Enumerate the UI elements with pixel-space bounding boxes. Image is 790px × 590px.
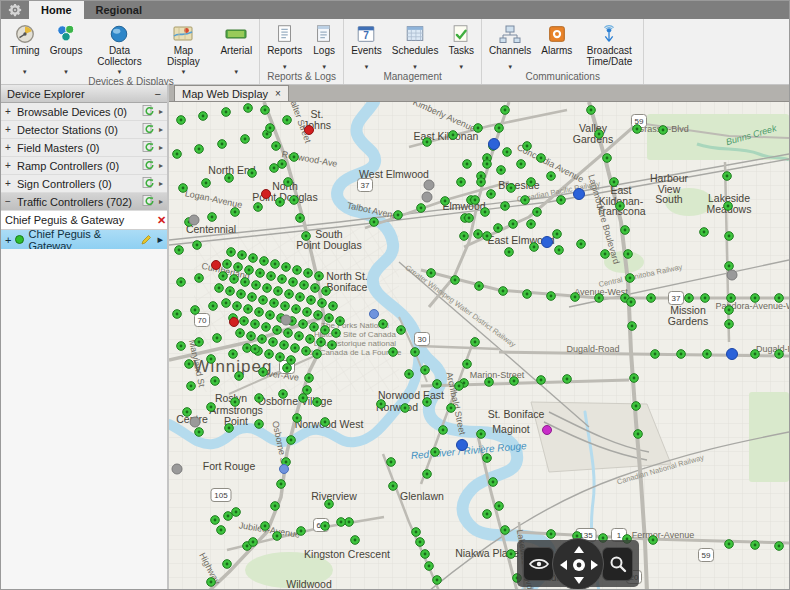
traffic-controller-dot-gray[interactable]: [424, 180, 434, 190]
sync-devices-icon[interactable]: [142, 140, 155, 155]
chevron-right-icon[interactable]: ▸: [159, 107, 163, 116]
events-button[interactable]: 7Events▼: [347, 21, 386, 71]
arterial-button[interactable]: Arterial▼: [216, 21, 256, 76]
signal-glyph: [259, 272, 262, 275]
dropdown-arrow-icon[interactable]: ▼: [116, 67, 122, 76]
chevron-right-icon[interactable]: ▸: [157, 233, 163, 246]
tasks-button[interactable]: Tasks▼: [444, 21, 478, 71]
map-canvas[interactable]: St.JohnsNorth EndEast KildonanValleyGard…: [169, 102, 789, 590]
traffic-controller-dot-red[interactable]: [230, 318, 239, 327]
signal-glyph: [272, 341, 275, 344]
minimize-panel-button[interactable]: −: [155, 89, 161, 99]
signal-glyph: [262, 371, 265, 374]
chevron-right-icon[interactable]: ▸: [159, 197, 163, 206]
tree-item-ramp-controllers[interactable]: +Ramp Controllers (0)▸: [1, 157, 167, 175]
traffic-controller-dot-red[interactable]: [212, 261, 221, 270]
traffic-controller-dot-blue[interactable]: [574, 189, 585, 200]
chevron-right-icon[interactable]: ▸: [159, 125, 163, 134]
signal-glyph: [504, 109, 507, 112]
dropdown-arrow-icon[interactable]: ▼: [63, 67, 69, 76]
signal-glyph: [420, 207, 423, 210]
traffic-controller-dot-magenta[interactable]: [543, 426, 552, 435]
pan-control[interactable]: [552, 538, 604, 590]
content: Device Explorer − +Browsable Devices (0)…: [1, 85, 789, 590]
svg-text:37: 37: [361, 181, 370, 190]
zoom-search-button[interactable]: [602, 547, 633, 581]
close-tab-icon[interactable]: ×: [275, 88, 281, 99]
dropdown-arrow-icon[interactable]: ▼: [282, 62, 288, 71]
reports-button[interactable]: Reports▼: [263, 21, 306, 71]
traffic-controller-dot-gray[interactable]: [189, 215, 199, 225]
dropdown-arrow-icon[interactable]: ▼: [507, 62, 513, 71]
edit-pencil-icon[interactable]: [140, 233, 153, 246]
signal-glyph: [214, 380, 217, 383]
map-display-button[interactable]: Map Display▼: [152, 21, 214, 76]
broadcast-time-date-button[interactable]: Broadcast Time/Date: [578, 21, 640, 71]
traffic-controller-dot-gray[interactable]: [422, 192, 432, 202]
expander-icon[interactable]: +: [5, 160, 13, 171]
traffic-controller-dot-blue[interactable]: [727, 349, 738, 360]
schedules-button[interactable]: Schedules▼: [388, 21, 443, 71]
logs-button[interactable]: Logs▼: [308, 21, 340, 71]
chevron-right-icon[interactable]: ▸: [159, 179, 163, 188]
alarms-button[interactable]: Alarms: [537, 21, 576, 71]
tab-map-web-display[interactable]: Map Web Display ×: [174, 85, 289, 101]
sync-devices-icon[interactable]: [142, 104, 155, 119]
traffic-controller-dot-blue[interactable]: [457, 440, 468, 451]
traffic-controller-dot-gray[interactable]: [281, 315, 291, 325]
traffic-controller-dot-lightblue[interactable]: [280, 465, 289, 474]
data-collectors-button[interactable]: Data Collectors▼: [88, 21, 150, 76]
traffic-controller-dot-gray[interactable]: [727, 270, 737, 280]
dropdown-arrow-icon[interactable]: ▼: [180, 67, 186, 76]
timing-button[interactable]: Timing▼: [6, 21, 44, 76]
app-menu-gear-icon[interactable]: [1, 1, 29, 19]
svg-text:105: 105: [214, 491, 228, 500]
dropdown-arrow-icon[interactable]: ▼: [22, 67, 28, 76]
ribbon-tab-home[interactable]: Home: [29, 1, 84, 19]
sync-devices-icon[interactable]: [142, 176, 155, 191]
sync-devices-icon[interactable]: [142, 194, 155, 209]
data-collectors-icon: [108, 22, 130, 46]
tree-item-field-masters[interactable]: +Field Masters (0)▸: [1, 139, 167, 157]
tree-item-sign-controllers[interactable]: +Sign Controllers (0)▸: [1, 175, 167, 193]
button-label: Broadcast Time/Date: [582, 46, 636, 67]
signal-glyph: [220, 529, 223, 532]
dropdown-arrow-icon[interactable]: ▼: [233, 67, 239, 76]
sync-devices-icon[interactable]: [142, 122, 155, 137]
device-search-input[interactable]: [1, 214, 151, 226]
traffic-controller-dot-lightblue[interactable]: [370, 310, 379, 319]
expander-icon[interactable]: +: [5, 124, 13, 135]
tree-item-detector-stations[interactable]: +Detector Stations (0)▸: [1, 121, 167, 139]
expander-icon[interactable]: −: [5, 196, 13, 207]
tree-item-browsable-devices[interactable]: +Browsable Devices (0)▸: [1, 103, 167, 121]
sync-devices-icon[interactable]: [142, 158, 155, 173]
traffic-controller-dot-gray[interactable]: [172, 464, 182, 474]
signal-glyph: [237, 266, 240, 269]
traffic-controller-dot-blue[interactable]: [489, 139, 500, 150]
expander-icon[interactable]: +: [5, 178, 13, 189]
dropdown-arrow-icon[interactable]: ▼: [412, 62, 418, 71]
signal-glyph: [252, 541, 255, 544]
dropdown-arrow-icon[interactable]: ▼: [458, 62, 464, 71]
chevron-right-icon[interactable]: ▸: [159, 143, 163, 152]
expander-icon[interactable]: +: [5, 142, 13, 153]
traffic-controller-dot-red[interactable]: [262, 190, 271, 199]
traffic-controller-dot-blue[interactable]: [542, 237, 553, 248]
chevron-right-icon[interactable]: ▸: [159, 161, 163, 170]
dropdown-arrow-icon[interactable]: ▼: [363, 62, 369, 71]
traffic-controller-dot-gray[interactable]: [190, 417, 200, 427]
channels-button[interactable]: Channels▼: [485, 21, 535, 71]
signal-glyph: [498, 127, 501, 130]
tree-item-chief-peguis-gateway[interactable]: + Chief Peguis & Gateway ▸: [1, 230, 167, 249]
signal-glyph: [316, 401, 319, 404]
dropdown-arrow-icon[interactable]: ▼: [321, 62, 327, 71]
tree-item-traffic-controllers[interactable]: −Traffic Controllers (702)▸: [1, 193, 167, 211]
toggle-visibility-button[interactable]: [523, 547, 554, 581]
expander-icon[interactable]: +: [5, 234, 11, 246]
signal-glyph: [236, 305, 239, 308]
ribbon-tab-regional[interactable]: Regional: [84, 1, 154, 19]
map-label: Glenlawn: [400, 490, 444, 502]
traffic-controller-dot-red[interactable]: [305, 126, 314, 135]
groups-button[interactable]: Groups▼: [46, 21, 87, 76]
expander-icon[interactable]: +: [5, 106, 13, 117]
